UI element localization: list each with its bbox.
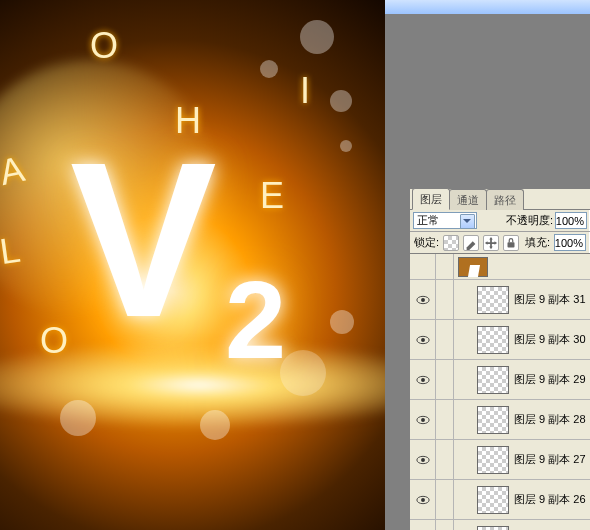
layer-visibility-toggle[interactable] [410,320,436,359]
blend-opacity-row: 正常 不透明度: 100% [410,210,590,232]
layer-visibility-toggle[interactable] [410,360,436,399]
layer-thumbnail[interactable] [477,326,509,354]
tab-channels[interactable]: 通道 [449,189,487,210]
layer-name[interactable]: 图层 9 副本 30 [514,332,586,347]
layer-name[interactable]: 图层 9 副本 26 [514,492,586,507]
layer-indent [454,480,472,519]
opacity-value: 100% [556,215,584,227]
opacity-label: 不透明度: [506,213,553,228]
svg-point-4 [421,338,425,342]
layer-visibility-toggle[interactable] [410,280,436,319]
link-column [436,480,454,519]
letter-i: I [300,70,310,112]
fill-label: 填充: [525,235,550,250]
svg-point-12 [421,498,425,502]
link-column [436,400,454,439]
letter-e: E [260,175,284,217]
layer-list: 图层 9 副本 31 图层 9 副本 30 [410,254,590,530]
document-canvas[interactable]: O H I A E L O V 2 [0,0,385,530]
layer-name[interactable]: 图层 9 副本 27 [514,452,586,467]
number-2: 2 [225,265,286,375]
lock-pixels-button[interactable] [463,235,479,251]
eye-icon [416,415,430,425]
letter-a: A [0,148,28,194]
layer-indent [454,280,472,319]
link-column [436,280,454,319]
layer-indent [454,440,472,479]
blend-mode-select[interactable]: 正常 [413,212,477,229]
layer-indent [454,360,472,399]
layer-indent [454,520,472,530]
letter-o: O [90,25,118,67]
layer-row[interactable]: 图层 9 副本 29 [410,360,590,400]
svg-point-8 [421,418,425,422]
link-column [436,440,454,479]
svg-point-10 [421,458,425,462]
layer-name[interactable]: 图层 9 副本 31 [514,292,586,307]
layer-indent [454,320,472,359]
layer-thumbnail[interactable] [477,286,509,314]
tab-layers[interactable]: 图层 [412,188,450,210]
layer-visibility-toggle[interactable] [410,400,436,439]
opacity-input[interactable]: 100% [555,212,587,229]
eye-icon [416,455,430,465]
svg-rect-0 [508,242,515,247]
visibility-spacer [410,254,436,279]
layer-row[interactable]: 图层 9 副本 26 [410,480,590,520]
lock-fill-row: 锁定: 填充: 100% [410,232,590,254]
lock-position-button[interactable] [483,235,499,251]
layer-thumbnail[interactable] [477,446,509,474]
layer-thumbnail[interactable] [477,486,509,514]
layer-visibility-toggle[interactable] [410,440,436,479]
svg-point-2 [421,298,425,302]
layer-name[interactable]: 图层 9 副本 28 [514,412,586,427]
link-column [436,520,454,530]
lock-all-button[interactable] [503,235,519,251]
link-column [436,360,454,399]
eye-icon [416,495,430,505]
layer-row[interactable]: 图层 9 副本 27 [410,440,590,480]
panel-tabs: 图层 通道 路径 [410,189,590,210]
layer-thumbnail[interactable] [477,406,509,434]
layer-thumbnail[interactable] [477,366,509,394]
window-chrome-strip [385,0,590,14]
svg-point-6 [421,378,425,382]
layer-indent [454,400,472,439]
layer-row[interactable] [410,254,590,280]
layer-visibility-toggle[interactable] [410,520,436,530]
layer-thumbnail[interactable] [458,257,488,277]
blend-mode-value: 正常 [417,213,439,228]
layer-row[interactable]: 图层 9 副本 28 [410,400,590,440]
link-column [436,320,454,359]
letter-l: L [0,229,23,273]
letter-o2: O [40,320,68,362]
layer-name[interactable]: 图层 9 副本 29 [514,372,586,387]
layer-row[interactable]: 图层 9 副本 30 [410,320,590,360]
workspace-grey: 图层 通道 路径 正常 不透明度: 100% 锁定: [385,0,590,530]
artwork-main-text: V 2 [70,130,207,350]
fill-value: 100% [555,237,583,249]
link-column [436,254,454,279]
layer-visibility-toggle[interactable] [410,480,436,519]
layers-panel: 图层 通道 路径 正常 不透明度: 100% 锁定: [409,188,590,530]
layer-row[interactable]: 图层 9 副本 25 [410,520,590,530]
eye-icon [416,335,430,345]
layer-row[interactable]: 图层 9 副本 31 [410,280,590,320]
eye-icon [416,375,430,385]
fill-input[interactable]: 100% [554,234,586,251]
eye-icon [416,295,430,305]
tab-paths[interactable]: 路径 [486,189,524,210]
letter-v: V [70,117,207,363]
layer-thumbnail[interactable] [477,526,509,531]
app-root: O H I A E L O V 2 图层 通道 路径 正常 不透明 [0,0,590,530]
lock-transparency-button[interactable] [443,235,459,251]
lock-label: 锁定: [414,235,439,250]
